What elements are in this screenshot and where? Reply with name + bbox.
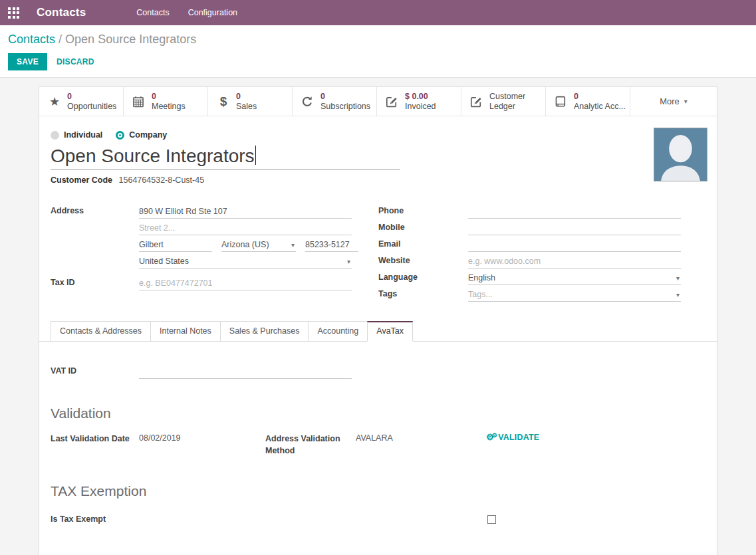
phone-label: Phone <box>378 206 468 219</box>
top-navbar: Contacts Contacts Configuration <box>0 0 756 25</box>
contact-info-column: Phone Mobile Email Website Language ▾ <box>378 202 681 302</box>
company-avatar[interactable] <box>654 128 707 181</box>
refresh-icon <box>301 96 315 108</box>
tab-avatax[interactable]: AvaTax <box>367 321 413 342</box>
zip-input[interactable] <box>305 238 358 252</box>
address-column: Address ▾ <box>51 202 352 302</box>
dollar-icon: $ <box>217 95 230 108</box>
customer-code-label: Customer Code <box>51 175 112 185</box>
is-tax-exempt-label: Is Tax Exempt <box>51 513 487 525</box>
stat-button-invoiced[interactable]: $ 0.00 Invoiced <box>377 87 461 116</box>
mobile-label: Mobile <box>378 223 468 235</box>
stat-value: $ 0.00 <box>405 92 436 101</box>
calendar-icon <box>132 96 146 108</box>
stat-value: 0 <box>236 92 257 101</box>
state-input[interactable] <box>221 238 290 251</box>
tax-id-input[interactable] <box>139 277 352 290</box>
validation-heading: Validation <box>51 405 706 421</box>
tags-select[interactable]: ▾ <box>468 288 681 302</box>
radio-circle-company[interactable] <box>116 131 124 140</box>
radio-company[interactable]: Company <box>116 130 167 140</box>
tags-input[interactable] <box>468 288 675 301</box>
validate-button[interactable]: ⚙⚙ VALIDATE <box>486 433 539 442</box>
navbar-menu: Contacts Configuration <box>130 4 244 21</box>
street2-input[interactable] <box>139 221 352 235</box>
stat-label-line1: Customer <box>489 92 525 101</box>
stat-value: 0 <box>67 92 116 101</box>
chevron-down-icon[interactable]: ▾ <box>675 291 681 301</box>
menu-item-configuration[interactable]: Configuration <box>182 4 244 21</box>
chevron-down-icon: ▾ <box>684 98 688 105</box>
state-select[interactable]: ▾ <box>221 238 296 252</box>
gears-icon: ⚙⚙ <box>486 433 497 441</box>
address-validation-method-label: Address Validation Method <box>265 433 344 457</box>
phone-input[interactable] <box>468 205 681 219</box>
breadcrumb: Contacts / Open Source Integrators <box>8 33 745 47</box>
stat-label: Subscriptions <box>320 102 370 111</box>
radio-circle-individual[interactable] <box>51 131 59 140</box>
breadcrumb-parent-link[interactable]: Contacts <box>8 33 55 46</box>
website-input[interactable] <box>468 255 681 269</box>
vat-id-input[interactable] <box>139 365 352 379</box>
tab-contacts-addresses[interactable]: Contacts & Addresses <box>51 321 151 342</box>
chevron-down-icon[interactable]: ▾ <box>675 275 681 284</box>
notebook-tabs: Contacts & Addresses Internal Notes Sale… <box>39 321 717 342</box>
more-dropdown-button[interactable]: More ▾ <box>630 87 717 116</box>
tags-label: Tags <box>378 289 468 302</box>
menu-item-contacts[interactable]: Contacts <box>130 4 176 21</box>
stat-button-customer-ledger[interactable]: Customer Ledger <box>461 87 546 116</box>
contact-form-grid: Address ▾ <box>51 202 706 302</box>
save-button[interactable]: SAVE <box>8 53 47 70</box>
radio-individual[interactable]: Individual <box>51 130 102 140</box>
address-validation-method-value: AVALARA <box>356 433 446 457</box>
country-select[interactable]: ▾ <box>139 255 352 269</box>
person-silhouette-icon <box>654 128 707 181</box>
star-icon: ★ <box>48 96 61 108</box>
tax-exemption-heading: TAX Exemption <box>51 483 706 499</box>
form-view-background: ★ 0 Opportunities 0 Meetings $ 0 Sales <box>0 78 756 555</box>
stat-label-line2: Ledger <box>489 102 525 111</box>
stat-button-analytic-accounts[interactable]: 0 Analytic Acc... <box>546 87 630 116</box>
edit-icon <box>470 96 483 108</box>
company-name-field[interactable]: Open Source Integrators <box>51 146 400 169</box>
stat-button-meetings[interactable]: 0 Meetings <box>124 87 208 116</box>
city-input[interactable] <box>139 238 212 252</box>
language-select[interactable]: ▾ <box>468 271 681 285</box>
stat-button-opportunities[interactable]: ★ 0 Opportunities <box>39 87 124 116</box>
apps-grid-icon[interactable] <box>8 7 19 19</box>
language-input[interactable] <box>468 271 675 284</box>
stat-label: Analytic Acc... <box>574 102 626 111</box>
mobile-input[interactable] <box>468 221 681 235</box>
tab-accounting[interactable]: Accounting <box>308 321 368 342</box>
company-name-value: Open Source Integrators <box>51 146 255 166</box>
chevron-down-icon[interactable]: ▾ <box>290 241 296 251</box>
is-tax-exempt-row: Is Tax Exempt <box>51 513 706 525</box>
vat-id-row: VAT ID <box>51 365 706 379</box>
website-label: Website <box>378 256 468 269</box>
tab-sales-purchases[interactable]: Sales & Purchases <box>220 321 309 342</box>
stat-button-sales[interactable]: $ 0 Sales <box>208 87 293 116</box>
customer-code-row: Customer Code 1564764532-8-Cust-45 <box>51 175 706 185</box>
edit-icon <box>386 96 399 108</box>
is-tax-exempt-checkbox[interactable] <box>487 515 496 524</box>
stat-label: Meetings <box>152 102 186 111</box>
tax-id-label: Tax ID <box>51 278 139 290</box>
customer-code-value: 1564764532-8-Cust-45 <box>119 175 205 185</box>
email-label: Email <box>378 239 468 252</box>
vat-id-label: VAT ID <box>51 366 139 379</box>
stat-button-subscriptions[interactable]: 0 Subscriptions <box>293 87 377 116</box>
last-validation-date-value: 08/02/2019 <box>139 433 265 445</box>
breadcrumb-separator: / <box>59 33 62 46</box>
address-label: Address <box>51 206 139 219</box>
control-panel: Contacts / Open Source Integrators SAVE … <box>0 25 756 78</box>
radio-label-individual: Individual <box>64 130 102 140</box>
country-input[interactable] <box>139 255 346 268</box>
tab-internal-notes[interactable]: Internal Notes <box>150 321 221 342</box>
street-input[interactable] <box>139 205 352 219</box>
more-label: More <box>660 96 680 106</box>
stat-value: 0 <box>320 92 370 101</box>
chevron-down-icon[interactable]: ▾ <box>346 258 352 268</box>
email-input[interactable] <box>468 238 681 252</box>
control-buttons: SAVE DISCARD <box>8 53 745 70</box>
discard-button[interactable]: DISCARD <box>57 57 94 66</box>
